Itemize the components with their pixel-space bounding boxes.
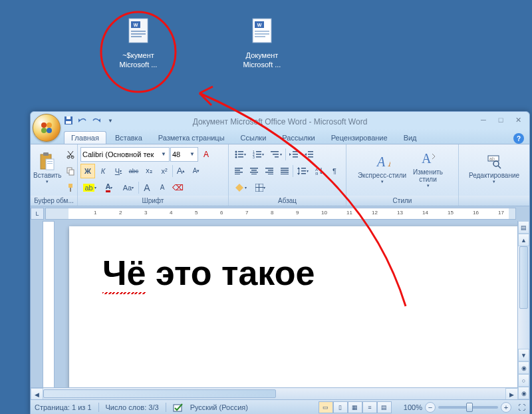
browse-button[interactable]: ○: [518, 374, 529, 387]
tab-layout[interactable]: Разметка страницы: [151, 131, 232, 144]
show-marks-button[interactable]: ¶: [327, 164, 342, 178]
zoom-value[interactable]: 100%: [404, 403, 422, 411]
tab-insert[interactable]: Вставка: [108, 131, 150, 144]
align-right-button[interactable]: [262, 164, 277, 178]
underline-button[interactable]: Ч▾: [111, 164, 126, 178]
zoom-thumb[interactable]: [466, 403, 473, 412]
web-layout-view[interactable]: ▦: [348, 401, 362, 413]
scroll-up-button[interactable]: ▲: [518, 234, 529, 246]
undo-button[interactable]: [76, 114, 88, 126]
document-page[interactable]: Чё это такое: [69, 226, 529, 399]
highlight-button[interactable]: ab▾: [80, 180, 99, 195]
desktop-icon-doc[interactable]: W ДокументMicrosoft ...: [235, 16, 289, 70]
font-size-combo[interactable]: 48▼: [170, 147, 198, 162]
svg-rect-51: [308, 156, 313, 158]
svg-rect-22: [46, 159, 54, 170]
font-name-combo[interactable]: Calibri (Основной тек▼: [80, 147, 170, 162]
editing-button[interactable]: ab Редактирование▾: [464, 146, 524, 192]
italic-button[interactable]: К: [96, 164, 110, 178]
vertical-scrollbar[interactable]: ▤ ▲ ▼ ◉ ○ ◉: [517, 221, 529, 399]
increase-indent-button[interactable]: [302, 147, 317, 162]
shrink-font-button[interactable]: A▾: [189, 164, 203, 178]
align-left-button[interactable]: [231, 164, 246, 178]
full-screen-view[interactable]: ▯: [333, 401, 348, 413]
grow-font2-button[interactable]: A: [140, 180, 154, 195]
next-page-button[interactable]: ◉: [518, 387, 529, 399]
tab-view[interactable]: Вид: [396, 131, 424, 144]
shading-button[interactable]: ▾: [231, 180, 250, 195]
proofing-button[interactable]: [173, 403, 184, 412]
align-center-button[interactable]: [247, 164, 261, 178]
horizontal-scrollbar[interactable]: ◀ ▶: [31, 387, 518, 399]
page-scroll[interactable]: Чё это такое: [56, 221, 529, 399]
qat-dropdown[interactable]: ▼: [104, 114, 116, 126]
zoom-out-button[interactable]: −: [425, 402, 436, 413]
outline-view[interactable]: ≡: [362, 401, 377, 413]
horizontal-ruler[interactable]: 1234567891011121314151617: [45, 208, 516, 220]
ruler-toggle[interactable]: L: [31, 208, 44, 220]
scroll-thumb-h[interactable]: [43, 389, 276, 398]
word-count[interactable]: Число слов: 3/3: [106, 403, 159, 411]
superscript-button[interactable]: x²: [157, 164, 172, 178]
zoom-slider[interactable]: [438, 406, 498, 409]
svg-rect-12: [255, 36, 265, 37]
ruler-toggle-button[interactable]: ▤: [518, 221, 529, 234]
page-indicator[interactable]: Страница: 1 из 1: [35, 403, 92, 411]
change-styles-button[interactable]: A Изменить стили▾: [409, 146, 448, 192]
numbering-button[interactable]: 123▾: [249, 147, 267, 162]
draft-view[interactable]: ▤: [377, 401, 392, 413]
scroll-left-button[interactable]: ◀: [31, 388, 43, 399]
redo-button[interactable]: [90, 114, 102, 126]
scroll-right-button[interactable]: ▶: [505, 388, 518, 399]
font-color-button[interactable]: A▾: [100, 180, 118, 195]
vertical-ruler[interactable]: [43, 221, 55, 399]
desktop-icon-temp-doc[interactable]: W ~$кументMicrosoft ...: [112, 16, 165, 70]
tab-home[interactable]: Главная: [64, 131, 106, 144]
rest-text: это такое: [156, 254, 315, 292]
svg-point-35: [235, 156, 237, 158]
save-button[interactable]: [63, 114, 74, 126]
zoom-in-button[interactable]: +: [501, 402, 511, 413]
subscript-button[interactable]: x₂: [142, 164, 156, 178]
titlebar[interactable]: ▼ Документ Microsoft Office Word - Micro…: [31, 112, 529, 129]
cut-button[interactable]: [63, 147, 78, 162]
tab-review[interactable]: Рецензирование: [324, 131, 395, 144]
tab-references[interactable]: Ссылки: [233, 131, 274, 144]
close-button[interactable]: ✕: [511, 114, 525, 125]
align-justify-button[interactable]: [277, 164, 292, 178]
line-spacing-button[interactable]: ▾: [294, 164, 311, 178]
maximize-button[interactable]: □: [493, 114, 508, 125]
change-case-button[interactable]: Aa▾: [119, 180, 138, 195]
language-indicator[interactable]: Русский (Россия): [190, 403, 248, 411]
office-button[interactable]: [33, 114, 61, 142]
print-layout-view[interactable]: ▭: [319, 401, 333, 413]
sort-button[interactable]: AЯ: [312, 164, 327, 178]
svg-text:3: 3: [253, 155, 255, 158]
scroll-thumb[interactable]: [519, 246, 528, 309]
shrink-font2-button[interactable]: A: [155, 180, 170, 195]
svg-rect-18: [66, 121, 71, 124]
clear-format2-button[interactable]: ⌫: [170, 180, 185, 195]
zoom-fit-button[interactable]: ⛶: [518, 403, 525, 411]
copy-button[interactable]: [63, 164, 78, 178]
svg-rect-44: [273, 154, 279, 155]
prev-page-button[interactable]: ◉: [518, 361, 529, 374]
quick-styles-button[interactable]: AA Экспресс-стили▾: [358, 146, 407, 192]
scroll-down-button[interactable]: ▼: [518, 349, 529, 361]
paste-button[interactable]: Вставить▾: [33, 146, 61, 192]
help-button[interactable]: ?: [513, 133, 524, 144]
format-painter-button[interactable]: [63, 180, 78, 195]
multilevel-button[interactable]: ▾: [267, 147, 285, 162]
strike-button[interactable]: abc: [126, 164, 141, 178]
clear-format-button[interactable]: A: [199, 147, 213, 162]
decrease-indent-button[interactable]: [287, 147, 301, 162]
grow-font-button[interactable]: A▴: [174, 164, 188, 178]
zoom-control: 100% − + ⛶: [404, 402, 525, 413]
tab-mailings[interactable]: Рассылки: [275, 131, 322, 144]
bullets-button[interactable]: ▾: [231, 147, 249, 162]
borders-button[interactable]: ▾: [251, 180, 269, 195]
document-text[interactable]: Чё это такое: [102, 253, 529, 293]
bold-button[interactable]: Ж: [80, 164, 95, 178]
find-icon: ab: [487, 154, 501, 169]
minimize-button[interactable]: ─: [476, 114, 491, 125]
